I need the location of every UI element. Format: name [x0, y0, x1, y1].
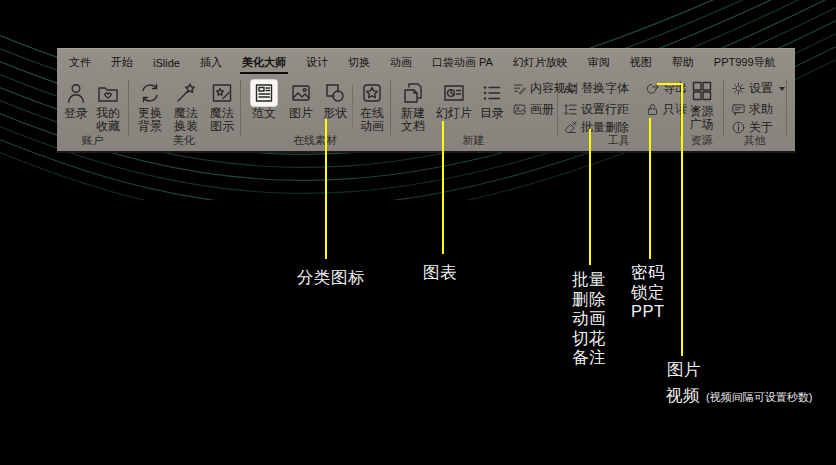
slide-canvas: 文件 开始 iSlide 插入 美化大师 设计 切换 动画 口袋动画 PA 幻灯… [0, 0, 836, 465]
magic-wand-icon [173, 80, 199, 106]
framed-star-wand-icon [209, 80, 235, 106]
button-label: 图片 [289, 107, 313, 120]
annotation-category-icons: 分类图标 [297, 268, 365, 288]
my-favorites-button[interactable]: 我的收藏 [93, 80, 123, 133]
tab-view[interactable]: 视图 [620, 49, 662, 76]
resource-plaza-button[interactable]: 资源广场 [686, 78, 717, 131]
user-icon [63, 80, 89, 106]
tab-slideshow[interactable]: 幻灯片放映 [503, 49, 578, 76]
annotation-chart: 图表 [423, 263, 457, 283]
photo-icon [512, 102, 527, 117]
lock-icon [645, 102, 660, 117]
annotation-export-image: 图片 [667, 360, 701, 380]
refresh-icon [137, 80, 163, 106]
line-spacing-button[interactable]: 设置行距 [563, 101, 629, 118]
group-tools: A 替换字体 设置行距 批量删除 [557, 76, 680, 149]
shapes-button[interactable]: 形状 [320, 80, 350, 120]
annotation-video-note: (视频间隔可设置秒数) [706, 388, 812, 408]
tab-transitions[interactable]: 切换 [338, 49, 380, 76]
tab-ppt999-nav[interactable]: PPT999导航 [704, 49, 786, 76]
annotation-export-video: 视频 (视频间隔可设置秒数) [666, 386, 812, 408]
magic-dressup-button[interactable]: 魔法换装 [170, 80, 202, 133]
group-label-online-assets: 在线素材 [240, 133, 390, 148]
callout-line-export-horizontal [657, 83, 683, 85]
tab-animations[interactable]: 动画 [380, 49, 422, 76]
replace-font-icon: A [563, 81, 578, 96]
group-label-account: 账户 [57, 133, 128, 148]
album-button[interactable]: 画册 [512, 101, 554, 118]
new-document-button[interactable]: 新建文档 [396, 80, 430, 133]
button-label: 幻灯片 [436, 107, 472, 120]
ribbon-tab-bar: 文件 开始 iSlide 插入 美化大师 设计 切换 动画 口袋动画 PA 幻灯… [57, 49, 795, 76]
tab-beauty-master[interactable]: 美化大师 [232, 49, 296, 76]
callout-line-read-only [649, 118, 651, 259]
button-label: 新建文档 [400, 107, 426, 133]
button-label: 更换背景 [137, 107, 163, 133]
change-background-button[interactable]: 更换背景 [134, 80, 166, 133]
group-others: 设置 求助 关于 其他 [723, 76, 786, 149]
group-create: 新建文档 幻灯片 目录 [390, 76, 557, 149]
tab-review[interactable]: 审阅 [578, 49, 620, 76]
tab-home[interactable]: 开始 [101, 49, 143, 76]
button-label: 画册 [530, 101, 554, 118]
button-label: 替换字体 [581, 80, 629, 97]
chevron-down-icon [779, 87, 785, 94]
button-label: 我的收藏 [95, 107, 121, 133]
button-label: 设置 [749, 80, 773, 97]
folder-heart-icon [95, 80, 121, 106]
tab-design[interactable]: 设计 [296, 49, 338, 76]
speech-bubble-icon [731, 102, 746, 117]
line-spacing-icon [563, 102, 578, 117]
tab-insert[interactable]: 插入 [190, 49, 232, 76]
tab-islide[interactable]: iSlide [143, 49, 190, 76]
annotation-password-lock: 密码锁定PPT [631, 263, 671, 322]
slide-chart-icon [441, 80, 467, 106]
replace-font-button[interactable]: A 替换字体 [563, 80, 629, 97]
group-label-beautify: 美化 [128, 133, 240, 148]
button-label: 范文 [252, 107, 276, 120]
group-beautify: 更换背景 魔法换装 魔法图示 美化 [128, 76, 240, 149]
square-circle-icon [322, 80, 348, 106]
button-label: 魔法图示 [209, 107, 235, 133]
group-resources: 资源广场 资源 [680, 76, 723, 149]
button-label: 在线动画 [359, 107, 385, 133]
ribbon: 文件 开始 iSlide 插入 美化大师 设计 切换 动画 口袋动画 PA 幻灯… [57, 48, 795, 153]
bullet-list-icon [479, 80, 505, 106]
group-account: 登录 我的收藏 账户 [57, 76, 128, 149]
login-button[interactable]: 登录 [61, 80, 91, 120]
settings-button[interactable]: 设置 [731, 80, 785, 97]
tab-file[interactable]: 文件 [59, 49, 101, 76]
ask-help-button[interactable]: 求助 [731, 101, 773, 118]
gear-icon [731, 81, 746, 96]
list-pen-icon [512, 81, 527, 96]
button-label: 求助 [749, 101, 773, 118]
slides-button[interactable]: 幻灯片 [434, 80, 474, 120]
callout-line-batch-delete [589, 129, 591, 265]
button-label: 魔法换装 [173, 107, 199, 133]
callout-line-shapes [325, 119, 327, 259]
callout-line-slides [442, 121, 444, 254]
group-label-resources: 资源 [680, 133, 723, 148]
sample-docs-button[interactable]: 范文 [248, 80, 280, 120]
tab-pocket-animation[interactable]: 口袋动画 PA [422, 49, 503, 76]
group-label-create: 新建 [390, 133, 557, 148]
ribbon-content: 登录 我的收藏 账户 更换背景 [57, 76, 795, 149]
group-online-assets: 范文 图片 形状 [240, 76, 390, 149]
documents-icon [400, 80, 426, 106]
group-separator [786, 80, 787, 136]
tab-help[interactable]: 帮助 [662, 49, 704, 76]
online-animation-button[interactable]: 在线动画 [356, 80, 388, 133]
annotation-video-label: 视频 [666, 386, 700, 406]
svg-text:A: A [564, 84, 571, 94]
inner-separator [352, 84, 353, 128]
button-label: 目录 [480, 107, 504, 120]
callout-line-export-vertical [681, 83, 683, 356]
button-label: 设置行距 [581, 101, 629, 118]
toc-button[interactable]: 目录 [478, 80, 506, 120]
button-label: 登录 [64, 107, 88, 120]
image-icon [288, 80, 314, 106]
magic-diagram-button[interactable]: 魔法图示 [206, 80, 238, 133]
grid-icon [689, 78, 715, 104]
group-label-others: 其他 [723, 133, 786, 148]
pictures-button[interactable]: 图片 [286, 80, 316, 120]
